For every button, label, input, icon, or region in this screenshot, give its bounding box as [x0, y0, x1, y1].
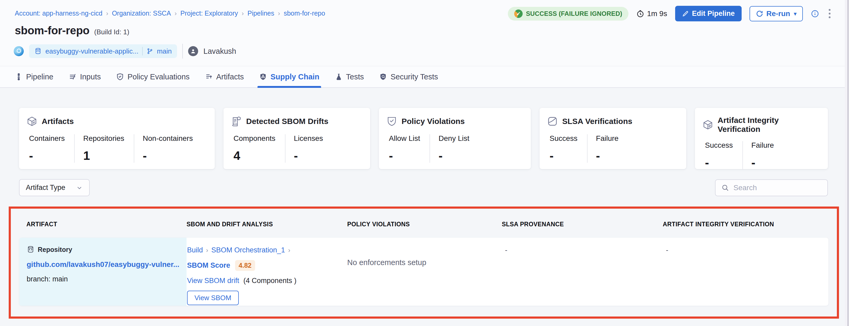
column-header-sbom: SBOM AND DRIFT ANALYSIS	[187, 221, 347, 228]
table-row: Repository github.com/lavakush07/easybug…	[19, 238, 829, 306]
card-sbom-drifts: Detected SBOM Drifts Components 4 Licens…	[223, 108, 370, 169]
status-badge-label: SUCCESS (FAILURE IGNORED)	[526, 10, 622, 18]
drift-component-count: (4 Components )	[244, 277, 297, 285]
artifact-branch: branch: main	[27, 275, 180, 283]
scrollbar-thumb[interactable]	[847, 0, 849, 326]
cube-icon	[702, 119, 713, 130]
stat-slsa-success: Success -	[547, 134, 587, 163]
card-slsa-verifications: SLSA Verifications Success - Failure -	[539, 108, 686, 169]
repository-icon	[27, 246, 35, 254]
artifact-list-icon	[205, 73, 213, 81]
repository-icon	[34, 47, 42, 55]
artifact-type-select[interactable]: Artifact Type	[19, 179, 90, 196]
artifact-integrity-value: -	[663, 246, 829, 254]
search-icon	[721, 184, 729, 192]
git-branch-icon	[147, 48, 153, 55]
page-title: sbom-for-repo	[15, 24, 89, 37]
tab-pipeline[interactable]: Pipeline	[15, 66, 53, 87]
sbom-trail: Build › SBOM Orchestration_1 ›	[187, 246, 347, 254]
tab-artifacts[interactable]: Artifacts	[205, 66, 244, 87]
build-id: (Build Id: 1)	[94, 28, 129, 36]
header-actions: ✓ SUCCESS (FAILURE IGNORED) 1m 9s Edit P…	[508, 6, 832, 21]
breadcrumb-project[interactable]: Project: Exploratory	[181, 9, 238, 17]
execution-icon	[14, 46, 24, 56]
cell-slsa-provenance: -	[502, 238, 663, 306]
breadcrumb-pipelines[interactable]: Pipelines	[247, 9, 274, 17]
branch-link[interactable]: main	[157, 47, 172, 55]
card-policy-violations: Policy Violations Allow List - Deny List…	[379, 108, 531, 169]
rerun-button[interactable]: Re-run ▾	[749, 6, 803, 21]
column-header-artifact: ARTIFACT	[26, 221, 187, 228]
trail-orchestration-link[interactable]: SBOM Orchestration_1	[211, 246, 285, 254]
cube-icon	[26, 116, 37, 127]
inputs-icon	[69, 73, 76, 81]
card-title: Artifacts	[42, 117, 74, 126]
tab-policy-evaluations[interactable]: Policy Evaluations	[116, 66, 189, 87]
edit-pipeline-button[interactable]: Edit Pipeline	[675, 6, 742, 21]
stat-licenses: Licenses -	[285, 134, 333, 163]
sbom-score-badge: 4.82	[235, 260, 255, 271]
column-header-slsa: SLSA PROVENANCE	[502, 221, 663, 228]
sbom-scroll-icon	[231, 116, 242, 127]
breadcrumb-account[interactable]: Account: app-harness-ng-cicd	[15, 9, 102, 17]
breadcrumb-pipeline-name[interactable]: sbom-for-repo	[284, 9, 325, 17]
stat-slsa-failure: Failure -	[587, 134, 628, 163]
stat-non-containers: Non-containers -	[134, 134, 203, 163]
card-title: Policy Violations	[402, 117, 465, 126]
stat-allow-list: Allow List -	[386, 134, 430, 163]
user-avatar	[188, 46, 198, 56]
stat-integrity-success: Success -	[702, 141, 742, 170]
tab-inputs[interactable]: Inputs	[69, 66, 101, 87]
repo-link[interactable]: easybuggy-vulnerable-applic...	[45, 47, 138, 55]
view-sbom-button[interactable]: View SBOM	[187, 291, 239, 305]
chevron-right-icon: ›	[206, 247, 208, 254]
chevron-down-icon: ▾	[794, 10, 797, 17]
cell-artifact-integrity: -	[663, 238, 829, 306]
breadcrumb: Account: app-harness-ng-cicd › Organizat…	[15, 9, 325, 17]
shield-check-icon	[386, 116, 397, 127]
chevron-right-icon: ›	[242, 10, 244, 17]
card-title: Detected SBOM Drifts	[246, 117, 329, 126]
sbom-score-link[interactable]: SBOM Score	[187, 261, 230, 269]
filter-bar: Artifact Type	[19, 179, 828, 196]
stat-deny-list: Deny List -	[430, 134, 479, 163]
supply-chain-content: Artifacts Containers - Repositories 1 No…	[0, 88, 848, 326]
breadcrumb-organization[interactable]: Organization: SSCA	[112, 9, 171, 17]
cell-artifact: Repository github.com/lavakush07/easybug…	[19, 238, 187, 306]
column-header-integrity: ARTIFACT INTEGRITY VERIFICATION	[663, 221, 832, 228]
slsa-provenance-value: -	[502, 246, 663, 254]
chevron-right-icon: ›	[175, 10, 177, 17]
chevron-right-icon: ›	[278, 10, 280, 17]
status-badge: ✓ SUCCESS (FAILURE IGNORED)	[508, 7, 628, 21]
divider	[142, 47, 143, 55]
divider	[182, 44, 183, 59]
slsa-icon	[547, 116, 558, 127]
flask-icon	[335, 73, 343, 81]
chevron-down-icon	[76, 184, 83, 191]
stat-containers: Containers -	[26, 134, 74, 163]
execution-meta: easybuggy-vulnerable-applic... main Lava…	[14, 44, 236, 59]
tab-security-tests[interactable]: Security Tests	[379, 66, 438, 87]
pipeline-icon	[15, 73, 23, 81]
stat-repositories: Repositories 1	[74, 134, 134, 163]
tab-tests[interactable]: Tests	[335, 66, 364, 87]
annotation-highlight-rect: ARTIFACT SBOM AND DRIFT ANALYSIS POLICY …	[9, 206, 839, 319]
trail-build-link[interactable]: Build	[187, 246, 203, 254]
chevron-right-icon: ›	[288, 247, 290, 254]
cell-policy-violations: No enforcements setup	[347, 238, 502, 306]
card-artifacts: Artifacts Containers - Repositories 1 No…	[19, 108, 215, 169]
artifact-repo-link[interactable]: github.com/lavakush07/easybuggy-vulner..…	[27, 260, 179, 269]
user-name: Lavakush	[204, 47, 236, 56]
info-icon[interactable]	[811, 9, 819, 18]
search-input[interactable]	[734, 184, 822, 192]
security-shield-icon	[379, 73, 387, 81]
title-row: sbom-for-repo (Build Id: 1)	[15, 24, 129, 37]
column-header-policy: POLICY VIOLATIONS	[347, 221, 502, 228]
more-options-menu[interactable]	[827, 7, 832, 20]
refresh-icon	[756, 10, 763, 18]
stat-components: Components 4	[231, 134, 285, 163]
duration: 1m 9s	[637, 9, 667, 18]
view-sbom-drift-link[interactable]: View SBOM drift	[187, 277, 239, 285]
tab-supply-chain[interactable]: Supply Chain	[259, 66, 319, 87]
clock-icon	[637, 10, 644, 18]
